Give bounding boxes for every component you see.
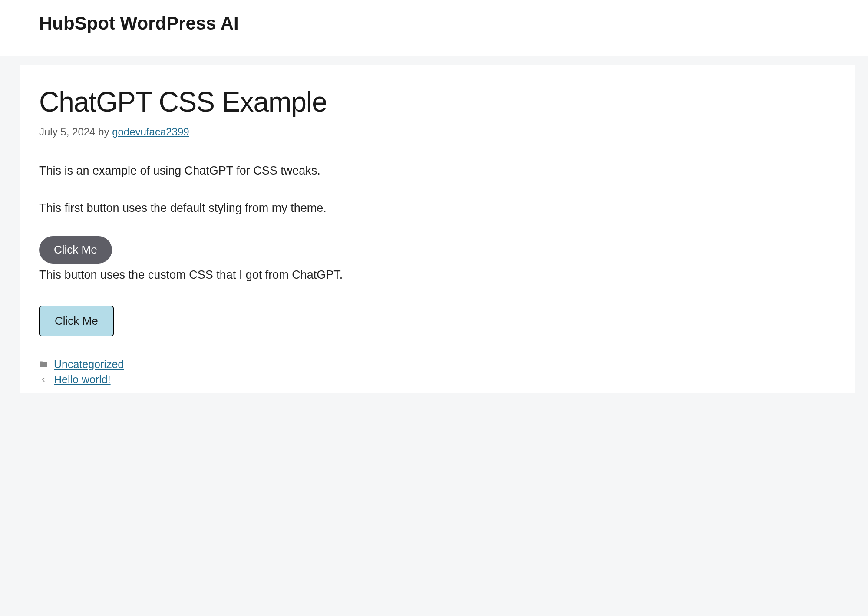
- post-body: This is an example of using ChatGPT for …: [39, 162, 835, 354]
- folder-icon: [39, 361, 48, 368]
- post-meta: July 5, 2024 by godevufaca2399: [39, 126, 835, 138]
- author-link[interactable]: godevufaca2399: [112, 126, 189, 138]
- paragraph-default-button-desc: This first button uses the default styli…: [39, 199, 835, 217]
- chevron-left-icon: ‹: [39, 374, 48, 385]
- post-footer: Uncategorized ‹ Hello world!: [39, 358, 835, 386]
- default-button[interactable]: Click Me: [39, 236, 112, 264]
- by-label: by: [98, 126, 109, 138]
- paragraph-intro: This is an example of using ChatGPT for …: [39, 162, 835, 180]
- category-row: Uncategorized: [39, 358, 835, 371]
- post-date: July 5, 2024: [39, 126, 95, 138]
- custom-button[interactable]: Click Me: [39, 306, 114, 336]
- post-title: ChatGPT CSS Example: [39, 87, 835, 117]
- prev-post-link[interactable]: Hello world!: [54, 373, 111, 386]
- category-link[interactable]: Uncategorized: [54, 358, 124, 371]
- content-wrapper: ChatGPT CSS Example July 5, 2024 by gode…: [0, 56, 868, 393]
- site-title[interactable]: HubSpot WordPress AI: [39, 13, 842, 34]
- site-header: HubSpot WordPress AI: [0, 0, 868, 56]
- post-article: ChatGPT CSS Example July 5, 2024 by gode…: [20, 65, 855, 393]
- prev-post-row: ‹ Hello world!: [39, 373, 835, 386]
- paragraph-custom-button-desc: This button uses the custom CSS that I g…: [39, 266, 835, 284]
